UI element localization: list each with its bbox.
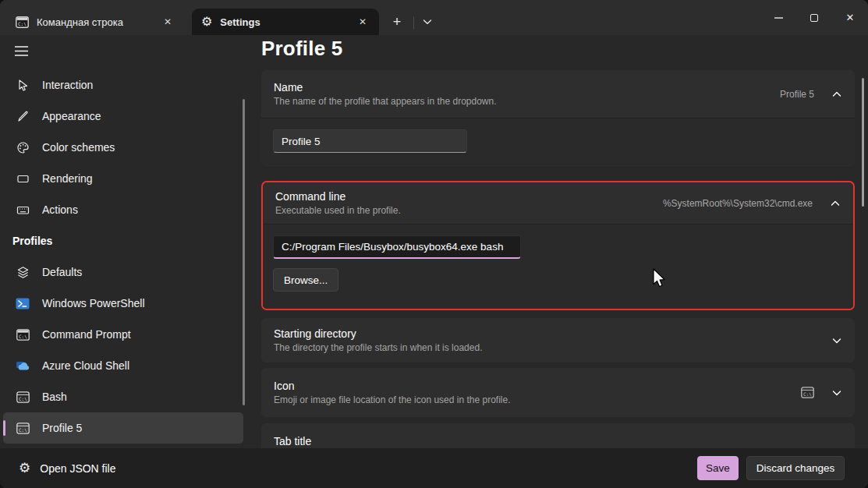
setting-current-value: Profile 5 <box>780 89 814 100</box>
open-json-file-label: Open JSON file <box>40 462 115 475</box>
command-line-input[interactable] <box>273 235 521 259</box>
layers-icon <box>16 265 30 279</box>
terminal-window-icon: C:\ <box>801 387 814 398</box>
svg-text:C:\: C:\ <box>803 391 812 397</box>
gear-icon: ⚙ <box>201 16 212 28</box>
tab-dropdown-button[interactable] <box>417 10 438 34</box>
gear-icon: ⚙ <box>19 461 30 475</box>
save-button[interactable]: Save <box>697 456 739 480</box>
svg-text:C:\: C:\ <box>19 426 27 432</box>
svg-text:C:\: C:\ <box>19 333 27 338</box>
tab-command-prompt[interactable]: C:\ Командная строка ✕ <box>6 9 184 35</box>
svg-text:C:\: C:\ <box>18 20 27 26</box>
sidebar-item-label: Defaults <box>42 266 82 278</box>
tab-title-expander-header[interactable]: Tab title <box>261 423 855 448</box>
minimize-icon <box>774 17 783 19</box>
sidebar-nav: Interaction Appearance Color schemes <box>0 69 246 444</box>
tab-settings[interactable]: ⚙ Settings ✕ <box>192 9 379 35</box>
keyboard-icon <box>16 203 30 217</box>
chevron-down-icon <box>423 19 432 25</box>
close-window-button[interactable]: ✕ <box>832 0 868 35</box>
sidebar-item-label: Interaction <box>42 79 93 91</box>
terminal-window-icon: C:\ <box>16 390 30 404</box>
footer: ⚙ Open JSON file Save Discard changes <box>0 448 868 488</box>
window-controls: ✕ <box>760 0 868 35</box>
maximize-icon <box>810 14 818 22</box>
monitor-icon <box>16 172 30 186</box>
sidebar-item-label: Azure Cloud Shell <box>42 359 129 372</box>
svg-text:C:\: C:\ <box>19 395 27 401</box>
chevron-down-icon <box>831 337 842 345</box>
main-content: Profile 5 Name The name of the profile t… <box>246 35 868 448</box>
tab-separator <box>413 16 414 29</box>
mouse-cursor <box>652 268 667 290</box>
sidebar-item-appearance[interactable]: Appearance <box>3 101 243 132</box>
close-tab-icon[interactable]: ✕ <box>159 13 176 30</box>
name-expander-header[interactable]: Name The name of the profile that appear… <box>261 70 855 118</box>
content-scrollbar[interactable] <box>862 78 864 207</box>
titlebar: C:\ Командная строка ✕ ⚙ Settings ✕ + ✕ <box>0 0 868 35</box>
terminal-settings-window: C:\ Командная строка ✕ ⚙ Settings ✕ + ✕ <box>0 0 868 488</box>
maximize-button[interactable] <box>796 0 832 35</box>
hamburger-icon <box>15 46 28 56</box>
setting-title: Name <box>274 81 780 94</box>
icon-expander-header[interactable]: Icon Emoji or image file location of the… <box>261 368 855 417</box>
setting-subtitle: Executable used in the profile. <box>275 205 663 216</box>
azure-cloud-icon <box>16 359 30 373</box>
tab-label: Командная строка <box>37 16 159 28</box>
setting-subtitle: The name of the profile that appears in … <box>274 96 780 107</box>
open-json-file-button[interactable]: ⚙ Open JSON file <box>19 461 116 475</box>
sidebar-item-label: Profile 5 <box>42 422 82 434</box>
sidebar-item-color-schemes[interactable]: Color schemes <box>3 132 243 163</box>
sidebar-item-label: Command Prompt <box>42 328 131 341</box>
close-icon: ✕ <box>846 12 855 23</box>
close-tab-icon[interactable]: ✕ <box>354 13 371 30</box>
powershell-icon <box>16 296 30 310</box>
sidebar-item-profile-5[interactable]: C:\ Profile 5 <box>3 412 243 444</box>
sidebar-item-label: Windows PowerShell <box>42 297 145 309</box>
sidebar-item-label: Appearance <box>42 110 101 122</box>
browse-button[interactable]: Browse... <box>273 268 338 292</box>
minimize-button[interactable] <box>760 0 796 35</box>
sidebar-item-rendering[interactable]: Rendering <box>3 163 243 194</box>
sidebar-item-label: Actions <box>42 203 78 216</box>
cmd-window-icon: C:\ <box>16 16 29 28</box>
new-tab-button[interactable]: + <box>384 10 410 34</box>
sidebar-item-defaults[interactable]: Defaults <box>3 256 243 288</box>
sidebar-scrollbar[interactable] <box>243 99 245 405</box>
sidebar-item-windows-powershell[interactable]: Windows PowerShell <box>3 288 243 319</box>
name-input[interactable] <box>273 129 467 153</box>
command-line-expander-header[interactable]: Command line Executable used in the prof… <box>263 182 853 224</box>
setting-title: Starting directory <box>274 327 831 340</box>
selection-accent-pill <box>3 420 5 436</box>
setting-title: Tab title <box>274 435 842 447</box>
setting-subtitle: The directory the profile starts in when… <box>274 342 831 353</box>
setting-current-value: %SystemRoot%\System32\cmd.exe <box>663 198 813 209</box>
setting-title: Icon <box>274 380 801 392</box>
sidebar: Interaction Appearance Color schemes <box>0 35 246 448</box>
page-title: Profile 5 <box>261 37 342 61</box>
sidebar-item-interaction[interactable]: Interaction <box>3 69 243 101</box>
setting-title: Command line <box>275 190 663 203</box>
chevron-up-icon <box>831 90 842 98</box>
pen-icon <box>16 109 30 123</box>
palette-icon <box>16 140 30 154</box>
hamburger-menu-button[interactable] <box>6 37 36 64</box>
sidebar-item-label: Rendering <box>42 172 93 185</box>
setting-subtitle: Emoji or image file location of the icon… <box>274 394 801 405</box>
sidebar-item-azure-cloud-shell[interactable]: Azure Cloud Shell <box>3 350 243 381</box>
mouse-interaction-icon <box>16 78 30 92</box>
tab-label: Settings <box>220 16 354 28</box>
sidebar-item-bash[interactable]: C:\ Bash <box>3 381 243 412</box>
command-line-expander: Command line Executable used in the prof… <box>261 181 855 310</box>
profiles-section-header: Profiles <box>0 225 246 256</box>
sidebar-item-command-prompt[interactable]: C:\ Command Prompt <box>3 319 243 350</box>
name-expander: Name The name of the profile that appear… <box>261 70 855 166</box>
cmd-window-icon: C:\ <box>16 327 30 341</box>
chevron-up-icon <box>830 200 841 207</box>
sidebar-item-actions[interactable]: Actions <box>3 194 243 225</box>
discard-changes-button[interactable]: Discard changes <box>746 456 845 480</box>
starting-directory-expander-header[interactable]: Starting directory The directory the pro… <box>261 318 855 362</box>
chevron-down-icon <box>831 389 842 397</box>
terminal-window-icon: C:\ <box>16 421 30 435</box>
